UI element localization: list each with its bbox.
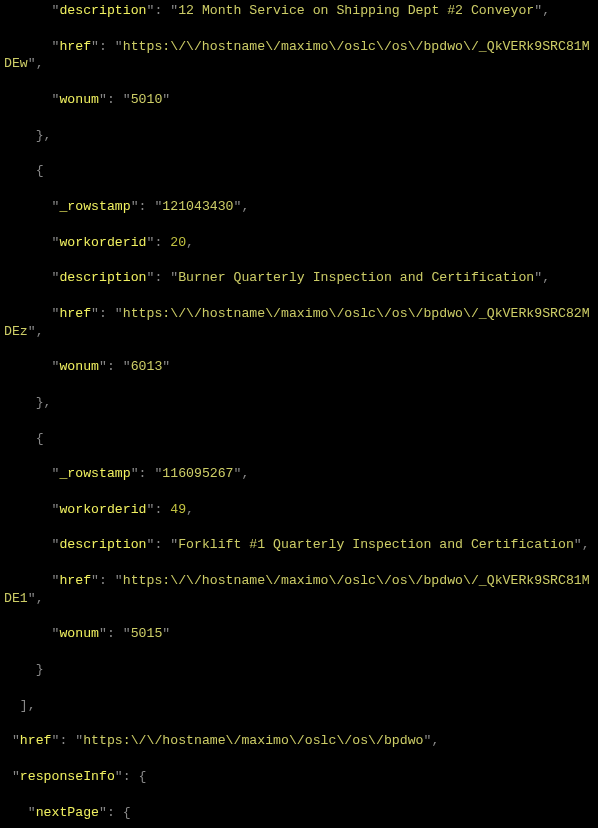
key-wonum: wonum (59, 626, 99, 641)
key-href-outer: href (20, 733, 52, 748)
value-rowstamp-1: 121043430 (162, 199, 233, 214)
value-description-1: Burner Quarterly Inspection and Certific… (178, 270, 534, 285)
key-wonum: wonum (59, 92, 99, 107)
value-rowstamp-2: 116095267 (162, 466, 233, 481)
value-workorderid-1: 20 (170, 235, 186, 250)
key-nextpage: nextPage (36, 805, 99, 820)
key-rowstamp: _rowstamp (59, 466, 130, 481)
key-description: description (59, 3, 146, 18)
key-workorderid: workorderid (59, 502, 146, 517)
key-href: href (59, 306, 91, 321)
key-rowstamp: _rowstamp (59, 199, 130, 214)
key-workorderid: workorderid (59, 235, 146, 250)
key-href: href (59, 573, 91, 588)
value-wonum-0: 5010 (131, 92, 163, 107)
value-description-0: 12 Month Service on Shipping Dept #2 Con… (178, 3, 534, 18)
value-description-2: Forklift #1 Quarterly Inspection and Cer… (178, 537, 574, 552)
value-workorderid-2: 49 (170, 502, 186, 517)
key-href: href (59, 39, 91, 54)
value-href-outer: https:\/\/hostname\/maximo\/oslc\/os\/bp… (83, 733, 423, 748)
key-description: description (59, 270, 146, 285)
key-responseinfo: responseInfo (20, 769, 115, 784)
value-wonum-2: 5015 (131, 626, 163, 641)
key-wonum: wonum (59, 359, 99, 374)
key-description: description (59, 537, 146, 552)
json-response-block: "description": "12 Month Service on Ship… (4, 2, 594, 828)
value-wonum-1: 6013 (131, 359, 163, 374)
